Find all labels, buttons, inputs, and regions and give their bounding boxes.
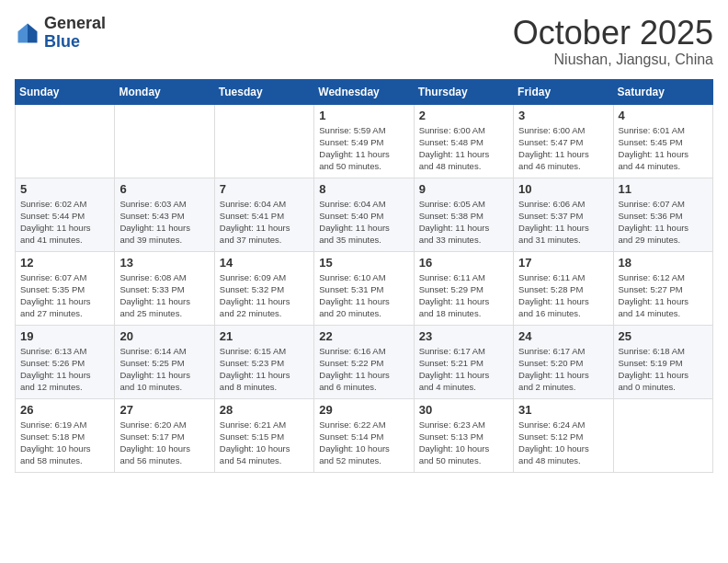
- day-number: 15: [319, 256, 408, 270]
- day-detail: Sunrise: 5:59 AM Sunset: 5:49 PM Dayligh…: [319, 124, 408, 173]
- day-detail: Sunrise: 6:04 AM Sunset: 5:40 PM Dayligh…: [319, 198, 408, 247]
- day-number: 5: [20, 182, 109, 196]
- day-number: 27: [119, 403, 209, 417]
- day-detail: Sunrise: 6:11 AM Sunset: 5:28 PM Dayligh…: [518, 271, 608, 320]
- day-detail: Sunrise: 6:20 AM Sunset: 5:17 PM Dayligh…: [119, 419, 209, 467]
- day-number: 7: [220, 182, 309, 196]
- calendar-cell: 17Sunrise: 6:11 AM Sunset: 5:28 PM Dayli…: [514, 251, 613, 325]
- calendar-cell: 3Sunrise: 6:00 AM Sunset: 5:47 PM Daylig…: [514, 104, 613, 178]
- svg-marker-1: [18, 23, 28, 42]
- calendar-cell: 1Sunrise: 5:59 AM Sunset: 5:49 PM Daylig…: [314, 104, 414, 178]
- logo: General Blue: [15, 15, 106, 52]
- day-number: 6: [119, 182, 209, 196]
- calendar-cell: 10Sunrise: 6:06 AM Sunset: 5:37 PM Dayli…: [514, 178, 613, 251]
- header-saturday: Saturday: [613, 79, 712, 104]
- day-detail: Sunrise: 6:13 AM Sunset: 5:26 PM Dayligh…: [20, 345, 109, 394]
- day-number: 29: [319, 403, 408, 417]
- day-number: 10: [518, 182, 608, 196]
- calendar-cell: 25Sunrise: 6:18 AM Sunset: 5:19 PM Dayli…: [613, 325, 712, 398]
- logo-blue: Blue: [44, 32, 80, 51]
- calendar-cell: 8Sunrise: 6:04 AM Sunset: 5:40 PM Daylig…: [314, 178, 414, 251]
- day-detail: Sunrise: 6:06 AM Sunset: 5:37 PM Dayligh…: [518, 198, 608, 247]
- calendar-cell: 28Sunrise: 6:21 AM Sunset: 5:15 PM Dayli…: [214, 398, 313, 472]
- day-number: 13: [119, 256, 209, 270]
- calendar-cell: 18Sunrise: 6:12 AM Sunset: 5:27 PM Dayli…: [613, 251, 712, 325]
- day-number: 24: [518, 329, 608, 343]
- day-number: 11: [619, 182, 708, 196]
- day-number: 23: [419, 329, 508, 343]
- calendar-cell: 26Sunrise: 6:19 AM Sunset: 5:18 PM Dayli…: [16, 398, 115, 472]
- page-header: General Blue October 2025 Niushan, Jiang…: [15, 15, 713, 68]
- month-title: October 2025: [513, 15, 713, 52]
- day-detail: Sunrise: 6:09 AM Sunset: 5:32 PM Dayligh…: [220, 271, 309, 320]
- title-block: October 2025 Niushan, Jiangsu, China: [513, 15, 713, 68]
- day-number: 4: [619, 109, 708, 122]
- logo-general: General: [44, 14, 106, 32]
- svg-marker-0: [28, 23, 38, 42]
- header-thursday: Thursday: [414, 79, 513, 104]
- day-number: 19: [20, 329, 109, 343]
- day-number: 28: [220, 403, 309, 417]
- calendar-cell: 19Sunrise: 6:13 AM Sunset: 5:26 PM Dayli…: [16, 325, 115, 398]
- calendar-cell: 13Sunrise: 6:08 AM Sunset: 5:33 PM Dayli…: [115, 251, 214, 325]
- day-number: 30: [419, 403, 508, 417]
- day-detail: Sunrise: 6:10 AM Sunset: 5:31 PM Dayligh…: [319, 271, 408, 320]
- day-number: 20: [119, 329, 209, 343]
- calendar-header-row: SundayMondayTuesdayWednesdayThursdayFrid…: [16, 79, 713, 104]
- calendar-cell: 21Sunrise: 6:15 AM Sunset: 5:23 PM Dayli…: [214, 325, 313, 398]
- day-detail: Sunrise: 6:14 AM Sunset: 5:25 PM Dayligh…: [119, 345, 209, 394]
- calendar-cell: 29Sunrise: 6:22 AM Sunset: 5:14 PM Dayli…: [314, 398, 414, 472]
- calendar-cell: 4Sunrise: 6:01 AM Sunset: 5:45 PM Daylig…: [613, 104, 712, 178]
- day-detail: Sunrise: 6:12 AM Sunset: 5:27 PM Dayligh…: [619, 271, 708, 320]
- calendar-cell: 31Sunrise: 6:24 AM Sunset: 5:12 PM Dayli…: [514, 398, 613, 472]
- calendar-cell: 11Sunrise: 6:07 AM Sunset: 5:36 PM Dayli…: [613, 178, 712, 251]
- day-number: 8: [319, 182, 408, 196]
- day-detail: Sunrise: 6:19 AM Sunset: 5:18 PM Dayligh…: [20, 419, 109, 467]
- day-number: 14: [220, 256, 309, 270]
- calendar-cell: 30Sunrise: 6:23 AM Sunset: 5:13 PM Dayli…: [414, 398, 513, 472]
- day-number: 9: [419, 182, 508, 196]
- calendar-cell: 2Sunrise: 6:00 AM Sunset: 5:48 PM Daylig…: [414, 104, 513, 178]
- header-friday: Friday: [514, 79, 613, 104]
- day-detail: Sunrise: 6:17 AM Sunset: 5:21 PM Dayligh…: [419, 345, 508, 394]
- day-number: 31: [518, 403, 608, 417]
- day-detail: Sunrise: 6:01 AM Sunset: 5:45 PM Dayligh…: [619, 124, 708, 173]
- day-detail: Sunrise: 6:16 AM Sunset: 5:22 PM Dayligh…: [319, 345, 408, 394]
- day-number: 12: [20, 256, 109, 270]
- header-monday: Monday: [115, 79, 214, 104]
- day-number: 2: [419, 109, 508, 122]
- day-number: 3: [518, 109, 608, 122]
- day-number: 25: [619, 329, 708, 343]
- day-number: 21: [220, 329, 309, 343]
- week-row-0: 1Sunrise: 5:59 AM Sunset: 5:49 PM Daylig…: [16, 104, 713, 178]
- day-detail: Sunrise: 6:07 AM Sunset: 5:35 PM Dayligh…: [20, 271, 109, 320]
- calendar-cell: 9Sunrise: 6:05 AM Sunset: 5:38 PM Daylig…: [414, 178, 513, 251]
- calendar-cell: [115, 104, 214, 178]
- header-tuesday: Tuesday: [214, 79, 313, 104]
- day-detail: Sunrise: 6:24 AM Sunset: 5:12 PM Dayligh…: [518, 419, 608, 467]
- header-wednesday: Wednesday: [314, 79, 414, 104]
- calendar-cell: [214, 104, 313, 178]
- week-row-3: 19Sunrise: 6:13 AM Sunset: 5:26 PM Dayli…: [16, 325, 713, 398]
- logo-icon: [15, 20, 40, 46]
- calendar-cell: 5Sunrise: 6:02 AM Sunset: 5:44 PM Daylig…: [16, 178, 115, 251]
- day-detail: Sunrise: 6:17 AM Sunset: 5:20 PM Dayligh…: [518, 345, 608, 394]
- day-detail: Sunrise: 6:15 AM Sunset: 5:23 PM Dayligh…: [220, 345, 309, 394]
- calendar-cell: 16Sunrise: 6:11 AM Sunset: 5:29 PM Dayli…: [414, 251, 513, 325]
- day-detail: Sunrise: 6:23 AM Sunset: 5:13 PM Dayligh…: [419, 419, 508, 467]
- day-number: 18: [619, 256, 708, 270]
- calendar-cell: 27Sunrise: 6:20 AM Sunset: 5:17 PM Dayli…: [115, 398, 214, 472]
- logo-text: General Blue: [44, 15, 106, 52]
- day-detail: Sunrise: 6:21 AM Sunset: 5:15 PM Dayligh…: [220, 419, 309, 467]
- week-row-1: 5Sunrise: 6:02 AM Sunset: 5:44 PM Daylig…: [16, 178, 713, 251]
- day-number: 17: [518, 256, 608, 270]
- day-number: 22: [319, 329, 408, 343]
- calendar-cell: [613, 398, 712, 472]
- calendar-cell: 7Sunrise: 6:04 AM Sunset: 5:41 PM Daylig…: [214, 178, 313, 251]
- calendar-cell: 22Sunrise: 6:16 AM Sunset: 5:22 PM Dayli…: [314, 325, 414, 398]
- day-number: 16: [419, 256, 508, 270]
- calendar-table: SundayMondayTuesdayWednesdayThursdayFrid…: [15, 79, 713, 473]
- day-number: 26: [20, 403, 109, 417]
- calendar-cell: 23Sunrise: 6:17 AM Sunset: 5:21 PM Dayli…: [414, 325, 513, 398]
- calendar-cell: [16, 104, 115, 178]
